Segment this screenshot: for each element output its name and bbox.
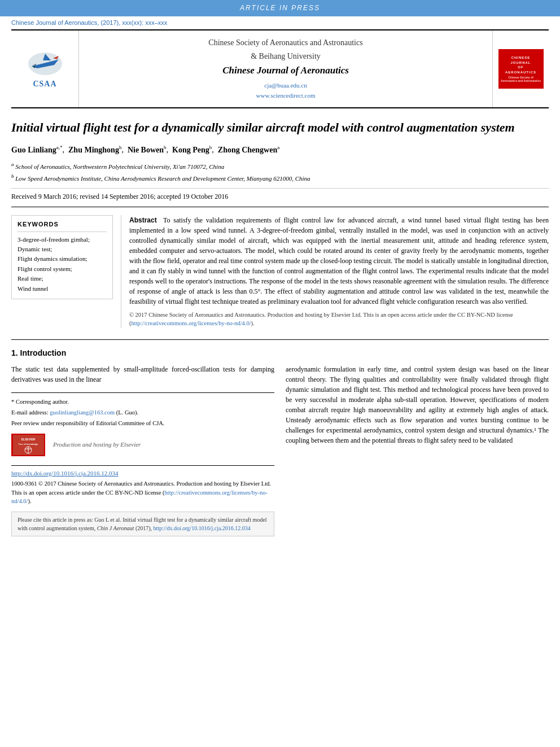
footnote-peer-review: Peer review under responsibility of Edit…	[11, 419, 274, 428]
citation-box: Please cite this article in press as: Gu…	[11, 512, 274, 536]
keyword-5: Real time;	[18, 274, 107, 283]
doi-cc-line: This is an open access article under the…	[11, 488, 274, 506]
journal-email[interactable]: cja@buaa.edu.cn	[90, 81, 481, 91]
abstract-body: To satisfy the validation requirements o…	[129, 216, 549, 305]
elsevier-footer: ELSEVIER Tree of knowledge Production an…	[11, 434, 274, 456]
abstract-copyright: © 2017 Chinese Society of Aeronautics an…	[129, 311, 549, 327]
doi-issn-line: 1000-9361 © 2017 Chinese Society of Aero…	[11, 479, 274, 488]
author-3-name: Nie Bowen	[128, 146, 164, 154]
keyword-4: Flight control system;	[18, 265, 107, 273]
author-5-name: Zhong Chengwen	[218, 146, 277, 154]
affil-b: b Low Speed Aerodynamics Institute, Chin…	[11, 173, 549, 183]
article-title: Initial virtual flight test for a dynami…	[11, 120, 549, 136]
doi-cc-link[interactable]: http://creativecommons.org/licenses/by-n…	[11, 490, 268, 505]
doi-bar: http://dx.doi.org/10.1016/j.cja.2016.12.…	[11, 465, 274, 506]
left-col: KEYWORDS 3-degree-of-freedom gimbal; Dyn…	[11, 215, 121, 327]
keyword-6: Wind tunnel	[18, 285, 107, 293]
elsevier-small-logo: ELSEVIER Tree of knowledge	[11, 434, 45, 456]
doi-link[interactable]: http://dx.doi.org/10.1016/j.cja.2016.12.…	[11, 469, 274, 478]
elsevier-logo-box: CHINESE JOURNAL OF AERONAUTICS Chinese S…	[492, 30, 549, 107]
introduction-section: 1. Introduction The static test data sup…	[11, 339, 549, 536]
org-line2: & Beihang University	[90, 51, 481, 62]
intro-col-right: aerodynamic formulation in early time, a…	[286, 364, 549, 536]
footnote-email: E-mail address: guolinliangliang@163.com…	[11, 408, 274, 417]
author-1-name: Guo Linliang	[11, 146, 56, 154]
elsevier-footer-text: Production and hosting by Elsevier	[53, 440, 141, 449]
keywords-title: KEYWORDS	[18, 220, 107, 231]
affiliations: a School of Aeronautics, Northwestern Po…	[11, 161, 549, 183]
keyword-2: Dynamic test;	[18, 245, 107, 254]
received-line: Received 9 March 2016; revised 14 Septem…	[11, 188, 549, 202]
author-2-name: Zhu Minghong	[68, 146, 119, 154]
csaa-logo-text: CSAA	[33, 78, 56, 90]
svg-text:ELSEVIER: ELSEVIER	[21, 438, 35, 441]
abstract-cc-link[interactable]: http://creativecommons.org/licenses/by-n…	[132, 320, 251, 326]
footnote-corresponding: * Corresponding author.	[11, 397, 274, 407]
org-line1: Chinese Society of Aeronautics and Astro…	[90, 37, 481, 49]
csaa-logo: CSAA	[11, 30, 79, 107]
keyword-1: 3-degree-of-freedom gimbal;	[18, 235, 107, 244]
footnote-email-link[interactable]: guolinliangliang@163.com	[50, 409, 115, 416]
elsevier-journal-logo: CHINESE JOURNAL OF AERONAUTICS Chinese S…	[498, 49, 544, 89]
main-content: Initial virtual flight test for a dynami…	[0, 108, 560, 536]
authors-line: Guo Linlianga,*, Zhu Minghongb, Nie Bowe…	[11, 144, 549, 155]
footnote-area: * Corresponding author. E-mail address: …	[11, 392, 274, 427]
journal-title: Chinese Journal of Aeronautics	[90, 64, 481, 77]
article-in-press-banner: ARTICLE IN PRESS	[0, 0, 560, 16]
svg-text:Tree of knowledge: Tree of knowledge	[18, 443, 38, 445]
keywords-box: KEYWORDS 3-degree-of-freedom gimbal; Dyn…	[11, 215, 113, 299]
abstract-label: Abstract	[129, 216, 157, 224]
journal-citation-line: Chinese Journal of Aeronautics, (2017), …	[0, 16, 560, 29]
csaa-plane-icon	[26, 48, 64, 76]
journal-center-info: Chinese Society of Aeronautics and Astro…	[79, 30, 492, 107]
abstract-text: Abstract To satisfy the validation requi…	[129, 215, 549, 307]
abstract-keywords-section: KEYWORDS 3-degree-of-freedom gimbal; Dyn…	[11, 215, 549, 327]
keyword-3: Flight dynamics simulation;	[18, 255, 107, 263]
article-title-section: Initial virtual flight test for a dynami…	[11, 108, 549, 207]
journal-website[interactable]: www.sciencedirect.com	[90, 91, 481, 101]
introduction-body: The static test data supplemented by sma…	[11, 364, 549, 536]
intro-col-left: The static test data supplemented by sma…	[11, 364, 274, 536]
journal-header: CSAA Chinese Society of Aeronautics and …	[11, 29, 549, 108]
author-4-name: Kong Peng	[172, 146, 209, 154]
section-1-header: 1. Introduction	[11, 348, 549, 359]
right-col: Abstract To satisfy the validation requi…	[121, 215, 549, 327]
intro-right-text: aerodynamic formulation in early time, a…	[286, 364, 549, 445]
affil-a: a School of Aeronautics, Northwestern Po…	[11, 161, 549, 171]
intro-left-text: The static test data supplemented by sma…	[11, 364, 274, 385]
citation-doi-link[interactable]: http://dx.doi.org/10.1016/j.cja.2016.12.…	[154, 525, 251, 531]
